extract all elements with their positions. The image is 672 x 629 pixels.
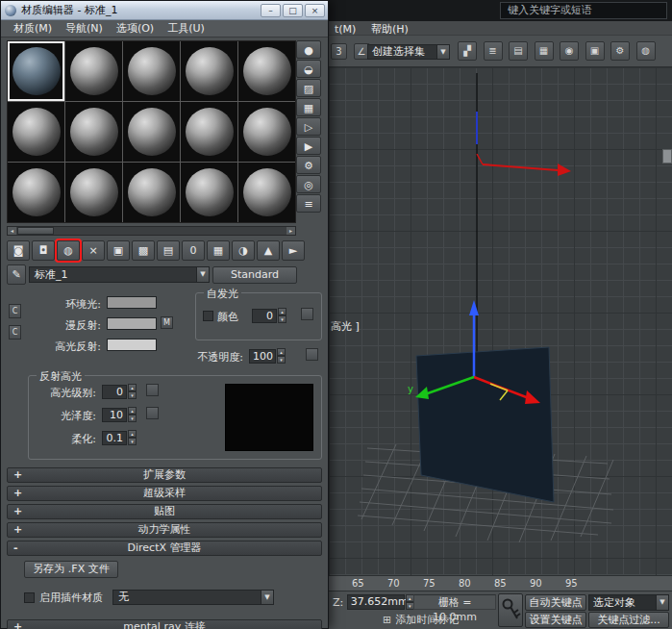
add-time-tag-button[interactable]: ⊞ 添加时间标记 (383, 613, 459, 627)
sample-slot[interactable] (65, 41, 122, 101)
perspective-viewport[interactable]: y 高光 ] (329, 67, 672, 575)
sample-slot[interactable] (238, 163, 295, 222)
menu-material[interactable]: 材质(M) (7, 21, 59, 36)
go-to-parent-button[interactable]: ▲ (257, 240, 280, 261)
specular-level-spinner[interactable]: 0 ▴▾ (102, 384, 137, 399)
material-id-channel-button[interactable]: 0 (182, 240, 205, 261)
options-button[interactable]: ⚙ (296, 156, 321, 174)
sample-slot[interactable] (238, 41, 295, 101)
sample-slot-selected[interactable] (8, 41, 64, 101)
selection-filter-dropdown[interactable]: 选定对象 ▼ (588, 594, 669, 611)
scroll-right-icon[interactable]: ▸ (286, 227, 295, 235)
chevron-down-icon[interactable]: ▼ (196, 267, 209, 282)
soften-spinner[interactable]: 0.1 ▴▾ (102, 430, 137, 445)
select-by-material-button[interactable]: ◎ (296, 175, 321, 193)
sample-uv-tiling-button[interactable]: ▦ (296, 98, 321, 116)
chevron-down-icon[interactable]: ▼ (436, 45, 449, 59)
curve-editor-icon[interactable]: ◉ (560, 41, 579, 61)
lock-ambient-diffuse-icon[interactable]: C (9, 304, 21, 318)
menu-options[interactable]: 选项(O) (110, 21, 161, 36)
viewport-side-tab[interactable] (662, 149, 672, 164)
align-icon[interactable]: ≣ (484, 41, 503, 61)
sample-slot[interactable] (123, 102, 180, 162)
assign-material-to-selection-button[interactable]: ◍ (57, 240, 80, 261)
snap-toggle-icon[interactable]: 3 (331, 43, 347, 60)
material-type-button[interactable]: Standard (212, 266, 297, 284)
plugin-material-dropdown[interactable]: 无 ▼ (112, 590, 274, 605)
sample-slot[interactable] (238, 102, 295, 162)
close-button[interactable]: × (305, 4, 325, 17)
opacity-spinner[interactable]: 100 ▴▾ (249, 348, 286, 364)
make-preview-button[interactable]: ▶ (296, 137, 321, 155)
menu-help[interactable]: 帮助(H) (365, 21, 414, 37)
go-forward-sibling-button[interactable]: ► (282, 240, 305, 261)
gizmo-x-arrow[interactable] (558, 164, 571, 176)
specular-level-map-button[interactable] (146, 384, 159, 396)
key-filters-button[interactable]: 关键点过滤... (588, 612, 669, 628)
z-coordinate-field[interactable]: 37.652mm (347, 594, 405, 610)
show-map-in-viewport-button[interactable]: ▦ (207, 240, 230, 261)
self-illum-map-button[interactable] (301, 308, 313, 320)
ambient-color-swatch[interactable] (107, 296, 157, 309)
layer-manager-icon[interactable]: ▤ (509, 41, 528, 61)
set-key-button[interactable]: 设置关键点 (525, 612, 586, 628)
self-illum-color-checkbox[interactable] (203, 311, 213, 321)
make-material-copy-button[interactable]: ▣ (107, 240, 130, 261)
mirror-icon[interactable]: ▞ (458, 41, 477, 61)
diffuse-color-swatch[interactable] (107, 317, 157, 330)
minimize-button[interactable]: – (261, 4, 281, 17)
render-setup-icon[interactable]: ⚙ (610, 41, 630, 61)
sample-slot[interactable] (181, 41, 237, 101)
material-name-dropdown[interactable]: 标准_1 ▼ (29, 266, 210, 283)
sample-slot[interactable] (8, 102, 64, 162)
sample-slot[interactable] (8, 163, 64, 222)
self-illum-spinner[interactable]: 0 ▴▾ (252, 308, 286, 323)
plane-object[interactable] (416, 347, 554, 502)
slots-horizontal-scrollbar[interactable]: ◂ ▸ (7, 226, 296, 236)
reset-map-button[interactable]: × (82, 240, 105, 261)
rollout-dynamics-properties[interactable]: +动力学属性 (7, 522, 322, 538)
sample-type-button[interactable]: ● (296, 40, 321, 59)
get-material-button[interactable]: ◙ (7, 240, 30, 261)
gizmo-x-line[interactable] (483, 164, 558, 170)
backlight-button[interactable]: ◒ (296, 60, 321, 78)
timeline-ruler[interactable]: 65 70 75 80 85 90 95 (329, 575, 672, 591)
rollout-supersampling[interactable]: +超级采样 (7, 486, 322, 501)
material-map-navigator-button[interactable]: ≡ (296, 194, 321, 213)
chevron-down-icon[interactable]: ▼ (261, 591, 273, 604)
sample-slot[interactable] (123, 163, 180, 222)
scroll-left-icon[interactable]: ◂ (8, 227, 16, 235)
background-button[interactable]: ▨ (296, 79, 321, 97)
search-input[interactable]: 键入关键字或短语 (500, 2, 667, 19)
render-icon[interactable]: ◍ (636, 41, 656, 61)
material-editor-titlebar[interactable]: 材质编辑器 - 标准_1 – □ × (1, 1, 328, 20)
schematic-view-icon[interactable]: ▣ (585, 41, 605, 61)
show-end-result-button[interactable]: ◑ (232, 240, 255, 261)
video-color-check-button[interactable]: ▷ (296, 117, 321, 136)
sample-slot[interactable] (65, 102, 122, 162)
chevron-down-icon[interactable]: ▼ (656, 595, 668, 610)
set-keys-button[interactable] (498, 593, 523, 627)
pick-material-eyedropper-icon[interactable]: ✎ (7, 264, 26, 285)
rollout-maps[interactable]: +贴图 (7, 504, 322, 519)
menu-fragment[interactable]: t(M) (329, 22, 361, 36)
enable-plugin-material-checkbox[interactable] (24, 592, 35, 603)
rollout-extended-parameters[interactable]: +扩展参数 (7, 467, 322, 483)
menu-utilities[interactable]: 工具(U) (161, 21, 212, 36)
rollout-directx-manager[interactable]: -DirectX 管理器 (7, 541, 322, 556)
menu-navigation[interactable]: 导航(N) (59, 21, 110, 36)
specular-color-swatch[interactable] (107, 339, 157, 351)
lock-diffuse-specular-icon[interactable]: C (9, 325, 21, 340)
glossiness-map-button[interactable] (146, 407, 159, 419)
save-as-fx-file-button[interactable]: 另存为 .FX 文件 (24, 561, 118, 578)
diffuse-map-button[interactable]: M (161, 316, 173, 329)
ribbon-icon[interactable]: ▦ (535, 41, 554, 61)
rollout-mental-ray-connection[interactable]: +mental ray 连接 (7, 619, 322, 629)
scrollbar-thumb[interactable] (17, 227, 54, 235)
opacity-map-button[interactable] (306, 348, 318, 361)
sample-slot[interactable] (181, 102, 237, 162)
auto-key-button[interactable]: 自动关键点 (525, 594, 586, 611)
put-to-scene-button[interactable]: ◘ (32, 240, 55, 261)
sample-slot[interactable] (181, 163, 237, 222)
selection-set-dropdown[interactable]: 创建选择集 ▼ (367, 44, 450, 60)
